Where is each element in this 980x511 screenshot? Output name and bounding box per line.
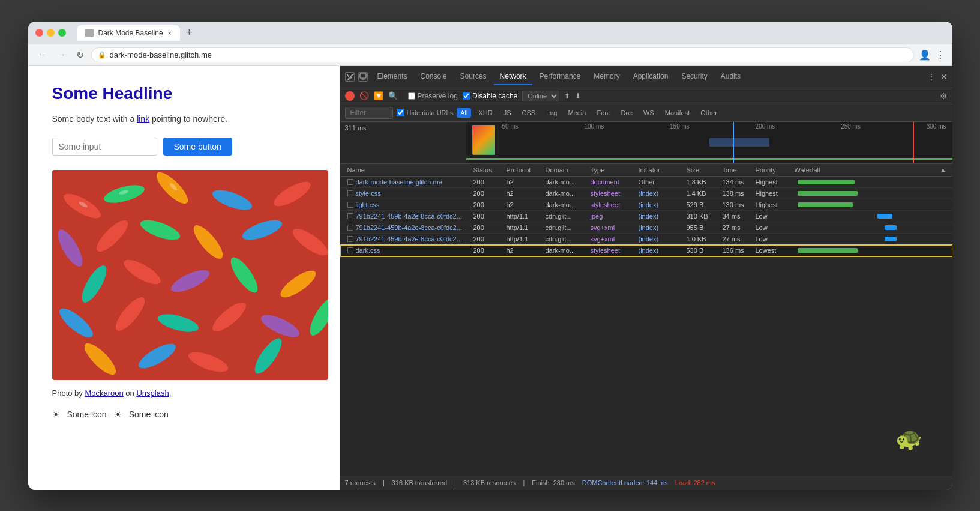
menu-icon[interactable]: ⋮ [936,49,945,61]
row-name: dark-mode-baseline.glitch.me [345,178,471,186]
row-size: 310 KB [684,213,720,220]
row-size: 1.0 KB [684,235,720,243]
devtools-tab-console[interactable]: Console [415,68,453,85]
col-header-size[interactable]: Size [684,166,720,174]
filter-font-button[interactable]: Font [593,108,613,118]
col-header-status[interactable]: Status [471,166,504,174]
devtools-tab-performance[interactable]: Performance [534,68,587,85]
upload-icon: ⬆ [564,92,570,100]
close-button[interactable] [35,29,43,37]
col-header-type[interactable]: Type [588,166,636,174]
devtools-more-icon[interactable]: ⋮ [927,72,936,82]
browser-tab[interactable]: Dark Mode Baseline × [77,25,181,41]
profile-icon[interactable]: 👤 [919,49,931,61]
devtools-tab-security[interactable]: Security [675,68,713,85]
row-status: 200 [471,178,504,186]
devtools-settings-icon[interactable]: ⚙ [940,91,948,101]
network-table-row[interactable]: 791b2241-459b-4a2e-8cca-c0fdc2... 200 ht… [340,211,952,222]
address-text: dark-mode-baseline.glitch.me [110,50,212,59]
col-header-initiator[interactable]: Initiator [636,166,684,174]
col-header-time[interactable]: Time [720,166,753,174]
body-link[interactable]: link [137,114,149,124]
photo-link-mockaroon[interactable]: Mockaroon [85,389,123,398]
row-status: 200 [471,224,504,231]
filter-xhr-button[interactable]: XHR [475,108,496,118]
page-button[interactable]: Some button [163,138,232,156]
network-search-icon[interactable]: 🔍 [388,91,398,100]
tab-close-button[interactable]: × [168,29,172,37]
devtools-device-icon[interactable] [358,72,368,82]
row-time: 130 ms [720,201,753,208]
address-input[interactable]: 🔒 dark-mode-baseline.glitch.me [91,47,914,62]
network-table-row[interactable]: 791b2241-459b-4a2e-8cca-c0fdc2... 200 ht… [340,234,952,245]
minimize-button[interactable] [47,29,55,37]
row-status: 200 [471,213,504,220]
col-header-waterfall[interactable]: Waterfall [792,166,940,174]
row-priority: Highest [753,190,792,197]
photo-link-unsplash[interactable]: Unsplash [136,389,169,398]
filter-doc-button[interactable]: Doc [617,108,636,118]
col-header-name[interactable]: Name [345,166,471,174]
hide-data-urls-label[interactable]: Hide data URLs [397,109,454,116]
filter-ws-button[interactable]: WS [640,108,658,118]
network-table-row[interactable]: dark.css 200 h2 dark-mo... stylesheet (i… [340,245,952,256]
maximize-button[interactable] [58,29,66,37]
network-filter-icon[interactable]: 🔽 [374,91,383,100]
row-name-text: dark-mode-baseline.glitch.me [356,178,442,186]
row-domain: dark-mo... [543,178,588,186]
devtools-tab-network[interactable]: Network [494,68,532,85]
devtools-tab-sources[interactable]: Sources [454,68,493,85]
devtools-tab-application[interactable]: Application [627,68,675,85]
network-table-row[interactable]: 791b2241-459b-4a2e-8cca-c0fdc2... 200 ht… [340,222,952,234]
status-dom-content-loaded[interactable]: DOMContentLoaded: 144 ms [582,479,668,486]
reload-button[interactable]: ↻ [74,48,86,62]
devtools-tab-memory[interactable]: Memory [588,68,625,85]
row-waterfall [792,178,948,186]
filter-js-button[interactable]: JS [500,108,515,118]
filter-manifest-button[interactable]: Manifest [661,108,694,118]
devtools-tab-audits[interactable]: Audits [715,68,747,85]
row-protocol: h2 [504,201,543,208]
page-input[interactable] [52,138,157,156]
new-tab-button[interactable]: + [182,26,196,39]
col-header-protocol[interactable]: Protocol [504,166,543,174]
network-throttle-select[interactable]: Online [522,91,559,101]
network-timeline: 311 ms 50 ms 100 ms 150 ms 200 ms 250 ms… [340,122,952,164]
row-name: 791b2241-459b-4a2e-8cca-c0fdc2... [345,235,471,243]
col-header-priority[interactable]: Priority [753,166,792,174]
network-record-button[interactable] [345,91,355,101]
devtools-tab-elements[interactable]: Elements [371,68,413,85]
forward-button[interactable]: → [55,48,69,61]
network-table-header: Name Status Protocol Domain Type Initiat… [340,164,952,177]
row-waterfall [792,213,948,220]
row-waterfall [792,224,948,231]
network-table-row[interactable]: style.css 200 h2 dark-mo... stylesheet (… [340,188,952,199]
status-load[interactable]: Load: 282 ms [675,479,715,486]
hide-data-urls-checkbox[interactable] [397,109,404,116]
row-size: 530 B [684,247,720,254]
network-table-row[interactable]: light.css 200 h2 dark-mo... stylesheet (… [340,199,952,211]
devtools-inspect-icon[interactable] [345,72,355,82]
devtools-close-icon[interactable]: ✕ [940,72,948,82]
row-initiator: (index) [636,190,684,197]
back-button[interactable]: ← [35,48,50,61]
preserve-log-checkbox[interactable] [408,92,415,100]
disable-cache-label[interactable]: Disable cache [463,92,517,100]
filter-css-button[interactable]: CSS [518,108,539,118]
network-clear-icon[interactable]: 🚫 [359,91,369,100]
filter-media-button[interactable]: Media [564,108,589,118]
webpage-panel: Some Headline Some body text with a link… [28,66,340,490]
row-waterfall [792,201,948,208]
disable-cache-checkbox[interactable] [463,92,470,100]
filter-all-button[interactable]: All [457,108,471,118]
filter-other-button[interactable]: Other [697,108,721,118]
filter-img-button[interactable]: Img [543,108,561,118]
row-name: style.css [345,190,471,197]
timeline-label-50: 50 ms [502,123,519,130]
preserve-log-label[interactable]: Preserve log [408,92,458,100]
col-header-domain[interactable]: Domain [543,166,588,174]
status-separator-1: | [383,479,385,486]
network-table-row[interactable]: dark-mode-baseline.glitch.me 200 h2 dark… [340,177,952,188]
network-filter-input[interactable] [345,107,393,119]
row-time: 27 ms [720,235,753,243]
